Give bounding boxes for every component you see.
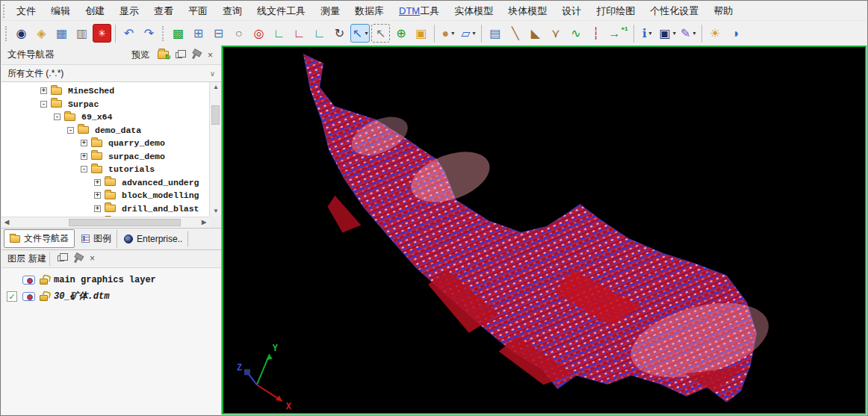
orientation-sphere-button[interactable]: ◑ xyxy=(726,24,745,43)
pin-layers-button[interactable] xyxy=(70,252,83,264)
tree-item-advanced-underground[interactable]: + advanced_underg xyxy=(1,176,209,190)
new-layer-button[interactable]: 新建 xyxy=(25,252,50,266)
preview-label[interactable]: 预览 xyxy=(131,49,149,61)
rotate-view-button[interactable]: ↻ xyxy=(330,24,349,43)
menu-string-tools[interactable]: 线文件工具 xyxy=(249,1,313,20)
smooth-string-button[interactable]: ∿ xyxy=(566,24,585,43)
tree-item-label[interactable]: advanced_underg xyxy=(120,177,202,188)
tree-expand-toggle[interactable]: + xyxy=(81,140,87,146)
tree-item-label[interactable]: block_modelling xyxy=(120,190,202,201)
tab-legend[interactable]: 图例 xyxy=(75,229,117,248)
segment-points-button[interactable]: ┆ xyxy=(586,24,605,43)
layer-label[interactable]: 30_矿体.dtm xyxy=(54,290,109,302)
string-properties-button[interactable]: ▤ xyxy=(486,24,504,43)
tab-file-navigator[interactable]: 文件导航器 xyxy=(4,229,75,248)
open-file-button[interactable]: ◈ xyxy=(32,24,51,43)
dropdown-arrow-icon[interactable]: ▾ xyxy=(673,30,676,37)
properties-info-button[interactable]: ℹ▾ xyxy=(638,24,657,43)
close-layers-button[interactable]: × xyxy=(86,252,99,264)
screen-camera-button[interactable]: ◉ xyxy=(12,24,31,43)
tree-expand-toggle[interactable]: + xyxy=(40,87,47,94)
tree-item-label[interactable]: MineSched xyxy=(66,85,117,96)
menu-solid-model[interactable]: 实体模型 xyxy=(447,1,500,20)
image-drape-button[interactable]: ▣ xyxy=(412,24,430,43)
tree-expand-toggle[interactable]: - xyxy=(67,127,74,134)
tree-item-69-x64[interactable]: - 69_x64 xyxy=(1,111,209,124)
print-button[interactable]: ▥ xyxy=(72,24,91,43)
menu-create[interactable]: 创建 xyxy=(78,1,112,20)
graphics-viewport-3d[interactable]: Y X Z xyxy=(222,46,867,415)
dropdown-arrow-icon[interactable]: ▾ xyxy=(692,30,695,37)
tree-item-demo-data[interactable]: - demo_data xyxy=(1,124,209,137)
lighting-button[interactable]: ☀ xyxy=(706,24,725,43)
tree-expand-toggle[interactable]: + xyxy=(81,153,87,160)
menu-dtm-tools[interactable]: DTM工具 xyxy=(391,1,447,20)
layer-visibility-eye-icon[interactable] xyxy=(22,276,35,285)
tree-vertical-scrollbar[interactable]: ▲ ▼ xyxy=(209,82,221,217)
menu-plotting[interactable]: 打印绘图 xyxy=(589,1,642,20)
zoom-in-button[interactable]: ⊞ xyxy=(189,24,208,43)
menu-edit[interactable]: 编辑 xyxy=(43,1,78,20)
dropdown-arrow-icon[interactable]: ▾ xyxy=(473,30,476,37)
view-plan-xy-button[interactable]: ∟ xyxy=(270,24,288,43)
save-button[interactable]: ▦ xyxy=(52,24,71,43)
redo-button[interactable]: ↷ xyxy=(140,24,158,43)
close-panel-button[interactable]: × xyxy=(204,49,217,61)
tree-item-drill-and-blast[interactable]: + drill_and_blast xyxy=(1,202,209,216)
scroll-up-icon[interactable]: ▲ xyxy=(210,82,221,93)
preview-folder-button[interactable] xyxy=(157,49,170,61)
float-layers-button[interactable] xyxy=(55,252,67,264)
view-section-zy-button[interactable]: ∟ xyxy=(310,24,329,43)
scroll-left-icon[interactable]: ◀ xyxy=(1,217,12,228)
reset-graphics-button[interactable]: ✳ xyxy=(93,24,111,43)
menu-view[interactable]: 查看 xyxy=(146,1,181,20)
tree-item-label[interactable]: surpac_demo xyxy=(106,151,167,162)
tree-expand-toggle[interactable]: + xyxy=(94,192,101,199)
menu-help[interactable]: 帮助 xyxy=(706,1,740,20)
point-tool-button[interactable]: ●▾ xyxy=(438,24,457,43)
tree-item-block-modelling[interactable]: + block_modelling xyxy=(1,189,209,202)
file-filter-dropdown[interactable]: 所有文件 (.*.*) ∨ xyxy=(1,65,221,82)
view-section-xz-button[interactable]: ∟ xyxy=(290,24,309,43)
scroll-right-icon[interactable]: ▶ xyxy=(199,217,209,228)
layer-row-30-orebody[interactable]: ✓ 30_矿体.dtm xyxy=(1,288,221,305)
layer-row-main-graphics[interactable]: main graphics layer xyxy=(1,272,221,288)
tree-item-label[interactable]: drill_and_blast xyxy=(120,203,202,214)
dropdown-arrow-icon[interactable]: ▾ xyxy=(451,30,454,37)
menu-customise[interactable]: 个性化设置 xyxy=(642,1,706,20)
tree-item-surpac-demo[interactable]: + surpac_demo xyxy=(1,150,209,164)
tree-expand-toggle[interactable]: - xyxy=(81,166,87,173)
tree-item-label[interactable]: Surpac xyxy=(66,99,101,110)
tree-item-label[interactable]: quarry_demo xyxy=(106,137,167,149)
tree-item-surpac[interactable]: - Surpac xyxy=(1,98,209,111)
menu-display[interactable]: 显示 xyxy=(112,1,146,20)
tree-item-label[interactable]: 69_x64 xyxy=(79,111,114,122)
menu-database[interactable]: 数据库 xyxy=(347,1,391,20)
select-tool-button[interactable]: ↖▾ xyxy=(350,24,370,43)
float-panel-button[interactable] xyxy=(173,49,185,61)
data-point-button[interactable]: ◎ xyxy=(249,24,268,43)
branch-string-button[interactable]: ⋎ xyxy=(546,24,565,43)
tree-item-tutorials[interactable]: - tutorials xyxy=(1,163,209,176)
dropdown-arrow-icon[interactable]: ▾ xyxy=(365,30,368,37)
pin-panel-button[interactable] xyxy=(188,49,201,61)
tree-item-quarry-demo[interactable]: + quarry_demo xyxy=(1,137,209,150)
menu-design[interactable]: 设计 xyxy=(554,1,589,20)
menu-survey[interactable]: 测量 xyxy=(313,1,347,20)
layer-active-checkbox[interactable]: ✓ xyxy=(7,291,17,302)
layer-unlocked-icon[interactable] xyxy=(40,279,48,285)
undo-button[interactable]: ↶ xyxy=(120,24,138,43)
menu-block-model[interactable]: 块体模型 xyxy=(500,1,554,20)
layer-unlocked-icon[interactable] xyxy=(40,295,48,301)
zoom-all-button[interactable]: ▩ xyxy=(169,24,187,43)
layer-label[interactable]: main graphics layer xyxy=(54,275,156,285)
horizontal-scroll-thumb[interactable] xyxy=(69,219,181,226)
dropdown-arrow-icon[interactable]: ▾ xyxy=(649,30,652,37)
layer-visibility-eye-icon[interactable] xyxy=(22,292,35,301)
menu-plane[interactable]: 平面 xyxy=(181,1,215,20)
zoom-out-button[interactable]: ⊟ xyxy=(209,24,228,43)
move-3d-button[interactable]: ⊕ xyxy=(391,24,410,43)
close-string-button[interactable]: ◣ xyxy=(526,24,545,43)
tree-expand-toggle[interactable]: + xyxy=(94,179,101,186)
tree-item-label[interactable]: demo_data xyxy=(93,125,143,136)
